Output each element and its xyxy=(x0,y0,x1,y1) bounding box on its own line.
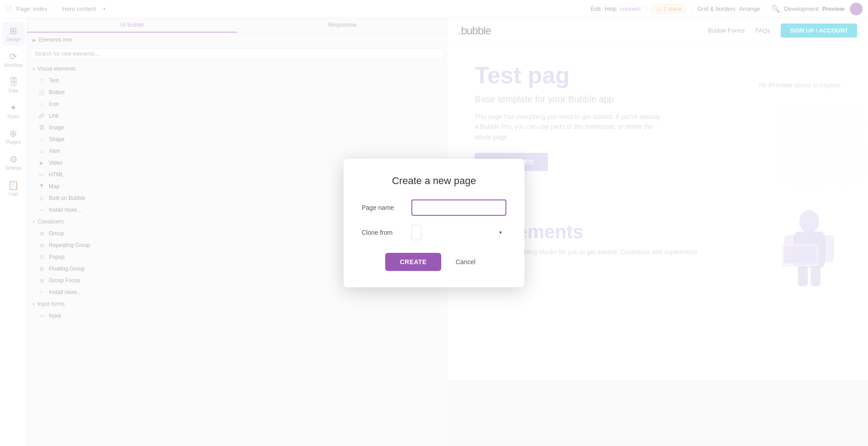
page-name-field: Page name xyxy=(362,199,506,216)
clone-from-label: Clone from xyxy=(362,229,411,236)
page-name-label: Page name xyxy=(362,204,411,211)
select-arrow-icon: ▾ xyxy=(499,229,502,236)
clone-from-select-wrapper: ▾ xyxy=(411,225,506,240)
clone-from-field: Clone from ▾ xyxy=(362,225,506,240)
modal-overlay[interactable]: Create a new page Page name Clone from ▾… xyxy=(0,0,868,446)
dialog-actions: CREATE Cancel xyxy=(362,253,506,271)
page-name-input[interactable] xyxy=(411,199,506,216)
cancel-button[interactable]: Cancel xyxy=(448,253,483,271)
create-page-dialog: Create a new page Page name Clone from ▾… xyxy=(344,159,524,287)
clone-from-select[interactable] xyxy=(411,225,421,240)
dialog-title: Create a new page xyxy=(362,175,506,187)
create-button[interactable]: CREATE xyxy=(385,253,441,271)
